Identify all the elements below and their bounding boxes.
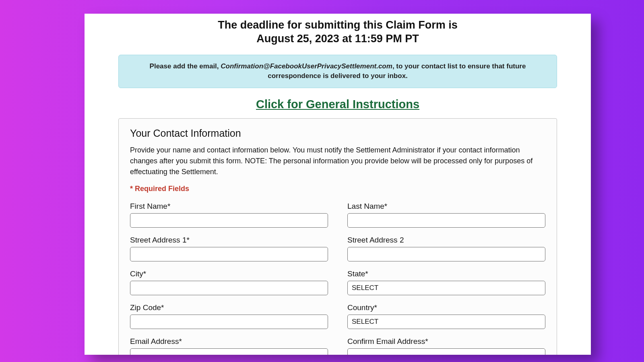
section-description: Provide your name and contact informatio… (130, 145, 545, 177)
required-fields-note: * Required Fields (130, 185, 545, 193)
deadline-line-2: August 25, 2023 at 11:59 PM PT (101, 32, 575, 46)
col-street1: Street Address 1* (130, 236, 328, 261)
city-input[interactable] (130, 281, 328, 295)
zip-input[interactable] (130, 315, 328, 329)
col-confirm-email: Confirm Email Address* (347, 337, 545, 355)
first-name-label: First Name* (130, 202, 328, 211)
col-city: City* (130, 269, 328, 295)
contact-info-panel: Your Contact Information Provide your na… (118, 118, 557, 355)
zip-label: Zip Code* (130, 303, 328, 312)
state-selected-value: SELECT (352, 284, 378, 292)
street2-input[interactable] (347, 247, 545, 261)
deadline-line-1: The deadline for submitting this Claim F… (101, 19, 575, 32)
street1-input[interactable] (130, 247, 328, 261)
row-city-state: City* State* SELECT (130, 269, 545, 295)
email-notice-box: Please add the email, Confirmation@Faceb… (118, 55, 557, 88)
page-inner: The deadline for submitting this Claim F… (85, 14, 591, 355)
state-label: State* (347, 269, 545, 278)
col-last-name: Last Name* (347, 202, 545, 228)
row-name: First Name* Last Name* (130, 202, 545, 228)
confirm-email-label: Confirm Email Address* (347, 337, 545, 346)
row-email: Email Address* Confirm Email Address* (130, 337, 545, 355)
street1-label: Street Address 1* (130, 236, 328, 245)
col-state: State* SELECT (347, 269, 545, 295)
first-name-input[interactable] (130, 213, 328, 228)
notice-prefix: Please add the email, (150, 62, 221, 70)
confirm-email-input[interactable] (347, 348, 545, 355)
city-label: City* (130, 269, 328, 278)
state-select[interactable]: SELECT (347, 281, 545, 295)
country-selected-value: SELECT (352, 318, 378, 326)
col-country: Country* SELECT (347, 303, 545, 329)
last-name-input[interactable] (347, 213, 545, 228)
country-label: Country* (347, 303, 545, 312)
country-select[interactable]: SELECT (347, 315, 545, 329)
street2-label: Street Address 2 (347, 236, 545, 245)
row-zip-country: Zip Code* Country* SELECT (130, 303, 545, 329)
col-street2: Street Address 2 (347, 236, 545, 261)
col-zip: Zip Code* (130, 303, 328, 329)
claim-form-page: The deadline for submitting this Claim F… (85, 14, 591, 355)
email-input[interactable] (130, 348, 328, 355)
notice-email: Confirmation@FacebookUserPrivacySettleme… (221, 62, 392, 70)
row-street: Street Address 1* Street Address 2 (130, 236, 545, 261)
col-first-name: First Name* (130, 202, 328, 228)
general-instructions-link[interactable]: Click for General Instructions (85, 98, 591, 111)
last-name-label: Last Name* (347, 202, 545, 211)
email-label: Email Address* (130, 337, 328, 346)
section-title: Your Contact Information (130, 128, 545, 139)
deadline-heading: The deadline for submitting this Claim F… (85, 19, 591, 46)
col-email: Email Address* (130, 337, 328, 355)
